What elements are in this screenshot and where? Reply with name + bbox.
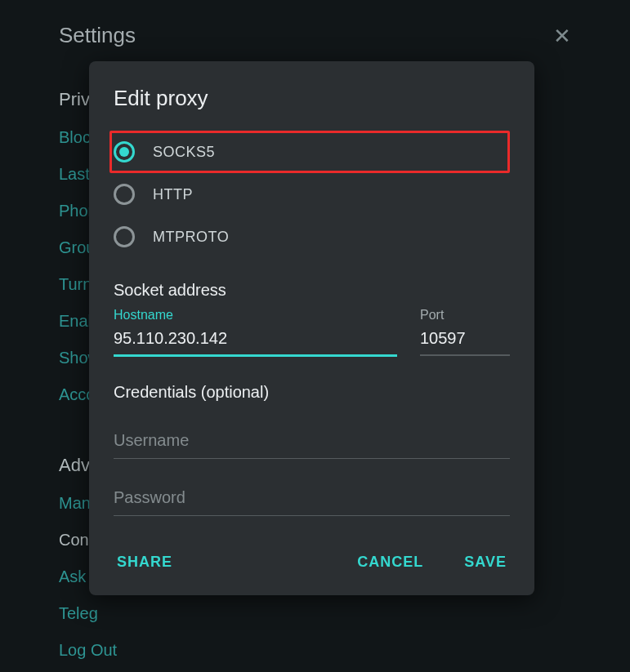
settings-title: Settings — [59, 23, 136, 48]
hostname-field: Hostname — [114, 308, 397, 357]
hostname-label: Hostname — [114, 308, 397, 323]
radio-icon — [114, 141, 135, 162]
close-icon[interactable]: ✕ — [553, 25, 571, 47]
dialog-actions: SHARE CANCEL SAVE — [114, 549, 510, 576]
socket-address-label: Socket address — [114, 281, 510, 300]
credentials-label: Credentials (optional) — [114, 383, 510, 402]
share-button[interactable]: SHARE — [114, 549, 176, 576]
protocol-option-http[interactable]: HTTP — [114, 173, 510, 216]
settings-link[interactable]: Teleg — [59, 604, 571, 623]
settings-link-logout[interactable]: Log Out — [59, 641, 571, 660]
port-input[interactable] — [420, 324, 510, 356]
radio-label: HTTP — [153, 186, 193, 203]
port-field: Port — [420, 308, 510, 357]
edit-proxy-dialog: Edit proxy SOCKS5 HTTP MTPROTO Socket ad… — [89, 61, 534, 595]
radio-label: SOCKS5 — [153, 144, 215, 161]
hostname-input[interactable] — [114, 324, 397, 357]
save-button[interactable]: SAVE — [461, 549, 510, 576]
radio-icon — [114, 184, 135, 205]
port-label: Port — [420, 308, 510, 323]
dialog-title: Edit proxy — [114, 86, 510, 111]
username-input[interactable] — [114, 420, 510, 459]
radio-label: MTPROTO — [153, 229, 229, 246]
protocol-option-mtproto[interactable]: MTPROTO — [114, 216, 510, 258]
protocol-option-socks5[interactable]: SOCKS5 — [109, 131, 510, 173]
radio-icon — [114, 226, 135, 247]
cancel-button[interactable]: CANCEL — [354, 549, 427, 576]
password-input[interactable] — [114, 477, 510, 516]
